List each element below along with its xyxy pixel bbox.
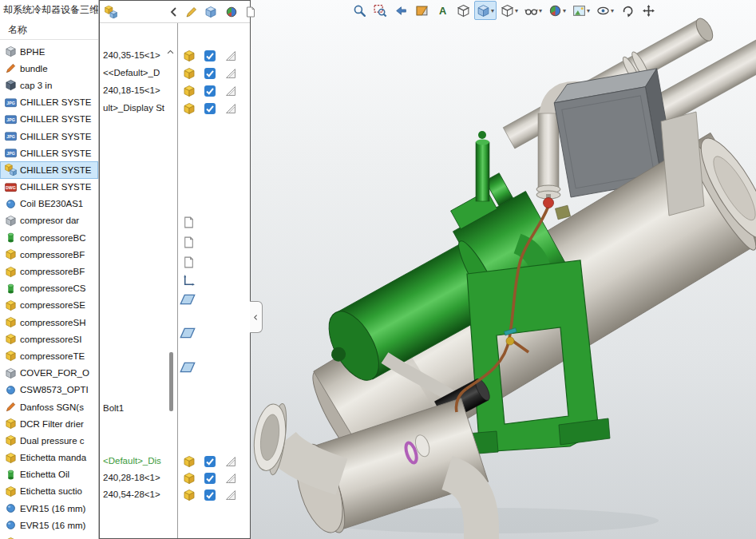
tree-item-label: Coil BE230AS1 <box>20 199 83 208</box>
tree-item-etichetta-oil[interactable]: Etichetta Oil <box>0 466 98 483</box>
display-state-page-icon[interactable] <box>182 236 196 249</box>
display-check-icon[interactable] <box>204 67 216 80</box>
zoom-fit-icon[interactable] <box>350 1 369 20</box>
tree-item-chiller-syste[interactable]: JPGCHILLER SYSTE <box>0 111 98 128</box>
pan-view-icon[interactable] <box>639 1 658 20</box>
svg-text:JPG: JPG <box>6 134 15 139</box>
component-icon[interactable] <box>183 455 196 468</box>
zoom-to-area-icon[interactable] <box>370 1 390 20</box>
tree-item-compresor-dar[interactable]: compresor dar <box>0 212 98 229</box>
reference-plane-icon[interactable] <box>180 325 193 339</box>
display-check-icon[interactable] <box>204 50 216 62</box>
scrollbar-thumb[interactable] <box>169 352 173 411</box>
part-green-icon <box>5 232 17 244</box>
previous-view-icon[interactable] <box>391 1 410 20</box>
display-state-icon[interactable] <box>224 85 237 97</box>
part-blue-icon <box>5 502 17 514</box>
part-gray-icon <box>5 215 17 227</box>
tree-item-etichetta-manda[interactable]: Etichetta manda <box>0 450 98 466</box>
3d-drawing-view-icon[interactable] <box>453 1 473 20</box>
tree-item-bphe[interactable]: BPHE <box>0 43 98 60</box>
display-state-page-icon[interactable] <box>182 216 196 229</box>
part-yellow-icon <box>5 299 17 311</box>
display-state-icon[interactable] <box>224 102 237 115</box>
part-yellow-icon <box>5 316 17 328</box>
reference-plane-icon[interactable] <box>180 359 193 373</box>
display-check-icon[interactable] <box>204 85 216 97</box>
display-style-icon[interactable]: ▾ <box>498 1 520 20</box>
tree-item-evr15-16-mm-[interactable]: EVR15 (16 mm) <box>0 500 98 517</box>
tree-item-compressoresh[interactable]: compressoreSH <box>0 314 98 331</box>
part-yellow-icon <box>5 266 17 278</box>
tree-item-label: Danfoss SGN(s <box>20 402 84 412</box>
tree-item-label: CHILLER SYSTE <box>20 182 91 192</box>
tree-item-cap-3-in[interactable]: cap 3 in <box>0 77 98 93</box>
part-blue-icon <box>5 519 17 531</box>
tree-item-dual-pressure-c[interactable]: Dual pressure c <box>0 432 98 449</box>
jpg-badge-icon: JPG <box>5 113 17 125</box>
display-state-icon[interactable] <box>224 50 237 62</box>
tree-item-compressorese[interactable]: compressoreSE <box>0 297 98 314</box>
tree-item-label: CHILLER SYSTE <box>20 149 91 158</box>
tree-item-chiller-syste[interactable]: JPGCHILLER SYSTE <box>0 145 98 161</box>
display-check-icon[interactable] <box>204 455 216 468</box>
tree-item-chiller-syste[interactable]: JPGCHILLER SYSTE <box>0 128 98 145</box>
component-icon[interactable] <box>183 50 196 62</box>
edit-appearance-icon[interactable]: ▾ <box>546 1 568 20</box>
display-state-icon[interactable] <box>224 489 237 501</box>
hide-show-items-icon[interactable]: ▾ <box>522 1 544 20</box>
tree-item-chiller-syste[interactable]: CHILLER SYSTE <box>0 161 98 178</box>
reference-plane-icon[interactable] <box>180 291 193 305</box>
tree-item-compressorebf[interactable]: compressoreBF <box>0 246 98 263</box>
component-icon[interactable] <box>183 472 196 485</box>
display-state-icon[interactable] <box>224 67 237 80</box>
display-state-page-icon[interactable] <box>182 256 196 269</box>
tree-item-chiller-syste[interactable]: JPGCHILLER SYSTE <box>0 94 98 111</box>
tree-item-chiller-syste[interactable]: DWGCHILLER SYSTE <box>0 179 98 196</box>
configuration-panel: 240,35-15<1><<Default>_D240,18-15<1>ult>… <box>99 0 251 539</box>
tree-item-bundle[interactable]: bundle <box>0 60 98 77</box>
display-state-icon[interactable] <box>224 472 237 485</box>
tree-item-dcr-filter-drier[interactable]: DCR Filter drier <box>0 415 98 432</box>
tree-item-coil-be230as1[interactable]: Coil BE230AS1 <box>0 196 98 212</box>
apply-scene-icon[interactable]: ▾ <box>570 1 592 20</box>
tree-item-evr15-16-mm-[interactable]: EVR15 (16 mm) <box>0 517 98 533</box>
display-check-icon[interactable] <box>204 489 216 501</box>
part-green-icon <box>5 469 17 481</box>
rotate-view-icon[interactable] <box>618 1 637 20</box>
tree-item-compressorebc[interactable]: compressoreBC <box>0 229 98 246</box>
tree-item-etichetta-suctio[interactable]: Etichetta suctio <box>0 483 98 500</box>
view-settings-icon[interactable]: ▾ <box>594 1 616 20</box>
svg-text:DWG: DWG <box>6 185 16 190</box>
annotation-views-icon[interactable]: A <box>433 1 452 20</box>
panel-collapse-handle[interactable] <box>250 301 263 333</box>
section-view-icon[interactable] <box>412 1 431 20</box>
tree-item-label: CSW8573_OPTI <box>20 385 89 394</box>
display-check-icon[interactable] <box>204 472 216 485</box>
configuration-label: 240,18-15<1> <box>103 85 160 95</box>
display-check-icon[interactable] <box>204 102 216 115</box>
component-icon[interactable] <box>183 67 196 80</box>
tree-item-compressorecs[interactable]: compressoreCS <box>0 280 98 297</box>
tree-item-cover-for-o[interactable]: COVER_FOR_O <box>0 365 98 382</box>
mounting-bracket[interactable] <box>661 112 704 216</box>
tree-item-danfoss-sgn-s[interactable]: Danfoss SGN(s <box>0 398 98 415</box>
view-orientation-icon[interactable]: ▾ <box>474 1 497 20</box>
scroll-up-arrow[interactable] <box>166 46 176 55</box>
config-scrollbar[interactable] <box>166 46 176 533</box>
tree-item-label: compresor dar <box>20 216 79 225</box>
tree-item-label: BPHE <box>20 47 45 57</box>
component-icon[interactable] <box>183 102 196 115</box>
tree-item-csw8573-opti[interactable]: CSW8573_OPTI <box>0 382 98 398</box>
tree-item-flange-2-1[interactable]: FLANGE 2 -1 <box>0 533 98 539</box>
tree-item-label: CHILLER SYSTE <box>20 114 91 124</box>
tree-item-compressorebf[interactable]: compressoreBF <box>0 263 98 279</box>
tree-item-compressoresi[interactable]: compressoreSI <box>0 331 98 347</box>
component-icon[interactable] <box>183 489 196 501</box>
display-state-icon[interactable] <box>224 455 237 468</box>
tree-item-label: Etichetta suctio <box>20 486 82 496</box>
coordinate-axis-icon[interactable] <box>182 274 196 287</box>
tree-item-compressorete[interactable]: compressoreTE <box>0 347 98 364</box>
part-green-icon <box>5 283 17 295</box>
component-icon[interactable] <box>183 85 196 97</box>
